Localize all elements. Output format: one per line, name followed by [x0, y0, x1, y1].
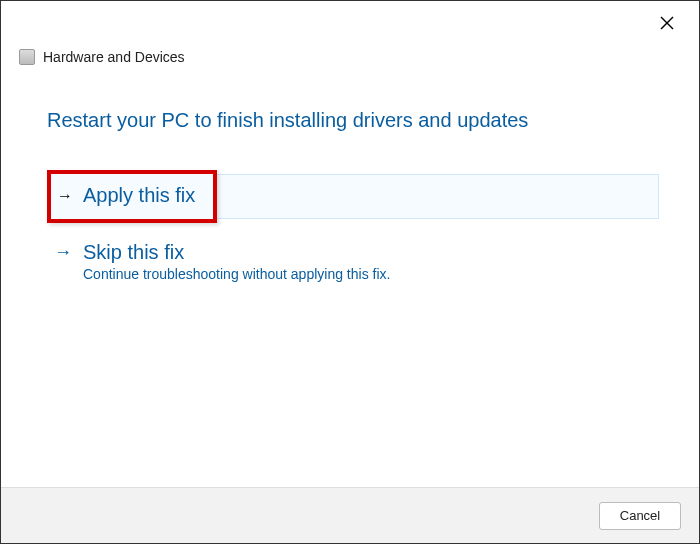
apply-fix-option[interactable]: → Apply this fix	[47, 170, 659, 223]
skip-fix-option[interactable]: → Skip this fix Continue troubleshooting…	[47, 233, 659, 290]
window-header: Hardware and Devices	[1, 1, 699, 65]
skip-fix-label: Skip this fix	[83, 241, 184, 264]
troubleshooter-message: Restart your PC to finish installing dri…	[47, 109, 659, 132]
window-title: Hardware and Devices	[43, 49, 185, 65]
apply-fix-label: Apply this fix	[83, 184, 195, 207]
arrow-right-icon: →	[57, 187, 73, 205]
app-icon	[19, 49, 35, 65]
apply-fix-bg	[217, 174, 659, 219]
arrow-right-icon: →	[53, 242, 73, 263]
content-area: Restart your PC to finish installing dri…	[1, 65, 699, 290]
dialog-footer: Cancel	[1, 487, 699, 543]
close-button[interactable]	[653, 9, 681, 37]
close-icon	[660, 16, 674, 30]
skip-fix-desc: Continue troubleshooting without applyin…	[83, 266, 649, 282]
cancel-button[interactable]: Cancel	[599, 502, 681, 530]
